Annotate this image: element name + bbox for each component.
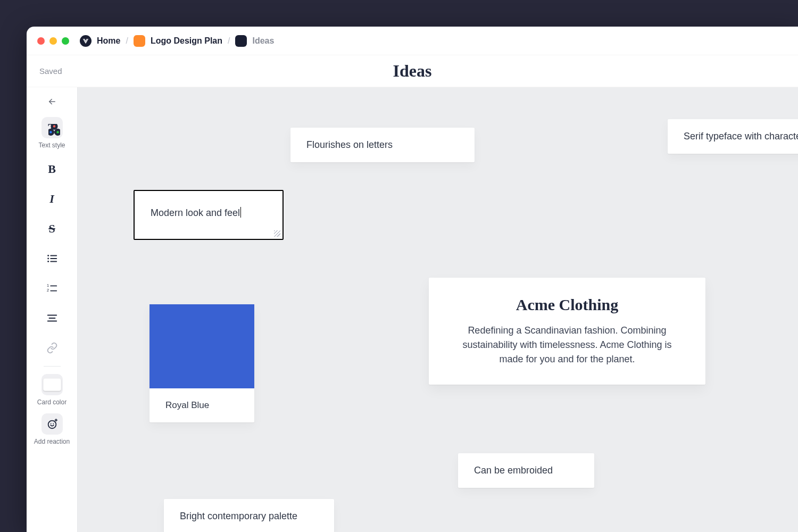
link-button[interactable] <box>41 337 63 359</box>
feature-body: Redefining a Scandinavian fashion. Combi… <box>451 323 683 367</box>
window-minimize-button[interactable] <box>49 37 57 45</box>
card-flourishes[interactable]: Flourishes on letters <box>290 128 475 162</box>
card-modern-selected[interactable]: Modern look and feel <box>134 190 284 240</box>
card-palette[interactable]: Bright contemporary palette <box>164 499 334 532</box>
align-icon <box>46 312 58 324</box>
svg-point-1 <box>48 130 53 135</box>
smile-plus-icon <box>46 418 58 430</box>
toolbar-sidebar: T Text style B I S 12 <box>27 87 78 532</box>
svg-point-7 <box>47 261 49 262</box>
svg-point-5 <box>47 258 49 260</box>
save-status: Saved <box>39 66 62 76</box>
text-style-button[interactable]: T <box>41 117 63 138</box>
link-icon <box>46 342 58 354</box>
strikethrough-icon: S <box>48 222 55 236</box>
card-color-icon <box>43 378 61 391</box>
app-window: Home / Logo Design Plan / Ideas Saved Id… <box>27 27 798 532</box>
breadcrumb-sep: / <box>126 36 128 46</box>
svg-text:1: 1 <box>46 283 48 288</box>
svg-text:2: 2 <box>46 288 48 293</box>
sidebar-divider <box>44 366 61 367</box>
card-serif[interactable]: Serif typeface with character <box>668 119 798 154</box>
card-text: Serif typeface with character <box>684 131 798 142</box>
bullet-list-icon <box>46 253 58 264</box>
breadcrumb-sep: / <box>228 36 230 46</box>
bullet-list-button[interactable] <box>41 248 63 269</box>
numbered-list-icon: 12 <box>46 282 58 294</box>
text-cursor <box>240 207 241 218</box>
bold-button[interactable]: B <box>41 159 63 180</box>
add-reaction-label: Add reaction <box>34 438 70 445</box>
svg-point-2 <box>55 130 60 135</box>
back-button[interactable] <box>27 94 77 112</box>
card-text: Flourishes on letters <box>306 139 393 150</box>
breadcrumb-home[interactable]: Home <box>97 36 120 46</box>
italic-button[interactable]: I <box>41 188 63 210</box>
text-style-label: Text style <box>38 142 65 149</box>
breadcrumb-current-icon <box>235 35 247 47</box>
card-color-button[interactable] <box>41 374 63 395</box>
breadcrumb-project[interactable]: Logo Design Plan <box>151 36 222 46</box>
svg-point-16 <box>48 421 56 429</box>
card-color-swatch[interactable]: Royal Blue <box>149 304 254 422</box>
svg-point-3 <box>47 255 49 256</box>
color-swatch <box>149 304 254 388</box>
card-embroided[interactable]: Can be embroided <box>458 453 594 488</box>
numbered-list-button[interactable]: 12 <box>41 278 63 299</box>
card-feature[interactable]: Acme Clothing Redefining a Scandinavian … <box>429 278 705 385</box>
bold-icon: B <box>48 162 56 176</box>
traffic-lights <box>37 37 69 45</box>
breadcrumb-project-icon <box>134 35 145 47</box>
strikethrough-button[interactable]: S <box>41 218 63 239</box>
card-text: Bright contemporary palette <box>180 511 297 521</box>
page-title: Ideas <box>393 61 432 81</box>
svg-point-18 <box>53 423 54 424</box>
feature-heading: Acme Clothing <box>451 296 683 314</box>
add-reaction-button[interactable] <box>41 413 63 435</box>
app-icon <box>80 35 92 47</box>
card-text: Modern look and feel <box>151 207 240 218</box>
italic-icon: I <box>49 192 54 206</box>
titlebar: Home / Logo Design Plan / Ideas <box>27 27 798 55</box>
canvas[interactable]: Flourishes on letters Serif typeface wit… <box>78 87 798 532</box>
color-label: Royal Blue <box>149 388 254 422</box>
doc-header: Saved Ideas <box>27 55 798 87</box>
card-text: Can be embroided <box>474 465 553 476</box>
card-color-label: Card color <box>37 398 66 406</box>
window-maximize-button[interactable] <box>62 37 69 45</box>
breadcrumb-current[interactable]: Ideas <box>252 36 274 46</box>
align-button[interactable] <box>41 307 63 329</box>
svg-point-17 <box>50 423 51 424</box>
window-close-button[interactable] <box>37 37 45 45</box>
svg-point-0 <box>52 124 56 129</box>
